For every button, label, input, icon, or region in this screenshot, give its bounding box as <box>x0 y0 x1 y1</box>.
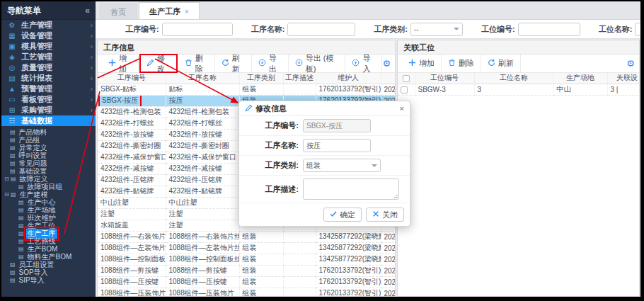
table-cell: 组装 <box>239 242 283 254</box>
sidebar-item-看板管理[interactable]: ▭看板管理› <box>1 94 96 105</box>
filter-label: 工序类别: <box>374 24 408 35</box>
table-cell: 202 <box>381 288 395 296</box>
table-cell <box>283 265 316 276</box>
chevron-down-icon <box>372 164 377 167</box>
settings-gear-icon[interactable]: ⚙ <box>626 59 635 68</box>
table-cell: 202 <box>381 276 395 288</box>
table-cell: 注塑 <box>166 220 239 231</box>
dialog-field-label: 工序类别: <box>239 160 303 171</box>
submenu-item-SOP导入[interactable]: ▤SOP导入 <box>1 268 96 276</box>
dialog-close-icon[interactable]: × <box>400 104 404 113</box>
tab-生产工序[interactable]: 生产工序× <box>139 2 200 19</box>
sidebar-item-模具管理[interactable]: ▣模具管理› <box>1 41 96 52</box>
toolbar-button-刷新[interactable]: 刷新 <box>215 55 252 72</box>
table-cell: 1088组件—压装饰片 <box>98 288 166 296</box>
table-cell: 组装 <box>239 254 283 265</box>
table-row[interactable]: 1088组件—左装饰片丝印1088组件—左装饰片丝印组装13425877292(… <box>98 242 395 254</box>
trash-icon <box>185 59 192 68</box>
filter-label: 工位名称: <box>599 24 633 35</box>
toolbar-button-增加[interactable]: 增加 <box>402 55 442 72</box>
row-checkbox[interactable] <box>401 86 408 93</box>
toolbar-button-导入[interactable]: 导入 <box>345 55 382 72</box>
filter-input[interactable] <box>287 23 355 36</box>
chevron-right-icon: › <box>91 106 93 114</box>
table-row[interactable]: 1088组件—压装饰片1088组件—压装饰片组装17620133792(智引)2… <box>98 288 395 296</box>
production-gear-icon: ⚙ <box>7 21 17 29</box>
table-cell: 1088组件—剪按键 <box>166 265 239 276</box>
tab-label: 首页 <box>110 8 126 16</box>
table-row[interactable]: 1088组件—右装饰片丝印1088组件—右装饰片丝印组装13425877292(… <box>98 231 395 242</box>
select-all-checkbox[interactable] <box>403 75 410 82</box>
table-cell: 17620133792(智引) <box>316 276 381 288</box>
sidebar-item-基础数据[interactable]: ☷基础数据⌄ <box>1 115 96 126</box>
sidebar-item-采购管理[interactable]: ⊞采购管理› <box>1 105 96 115</box>
submenu-item-SIP导入[interactable]: ▤SIP导入 <box>1 276 96 284</box>
table-cell: 4232组件-撕密封圈 <box>166 140 239 152</box>
column-header: 工序描述 <box>283 73 316 84</box>
table-row[interactable]: 1088组件—剪按键1088组件—剪按键组装17620133792(智引)202 <box>98 265 395 276</box>
toolbar-button-导出 (模板)[interactable]: 导出 (模板) <box>289 55 346 72</box>
toolbar-button-label: 刷新 <box>232 53 245 74</box>
tab-close-icon[interactable]: × <box>185 8 189 16</box>
table-row[interactable]: 1088组件—控制面板丝印1088组件—控制面板丝印组装13425877292(… <box>98 254 395 265</box>
dialog-field-label: 工序编号: <box>239 120 303 131</box>
document-icon: ▤ <box>18 215 24 221</box>
table-cell: 4232组件-打螺丝 <box>98 118 166 129</box>
submenu-item-产品物料[interactable]: ▤产品物料 <box>1 128 96 136</box>
column-header: 维护人 <box>316 73 381 84</box>
table-row[interactable]: SBGW-33中山3 | <box>398 84 639 95</box>
table-row[interactable]: 1088组件—压按键1088组件—压按键组装17620133792(智引)202 <box>98 276 395 288</box>
station-panel: 关联工位 增加删除刷新⚙ 工位编号工位名称生产场地关联设SBGW-33中山3 | <box>397 40 640 297</box>
sidebar-item-生产管理[interactable]: ⚙生产管理› <box>1 20 96 30</box>
table-cell: 4232组件-撕密封圈 <box>98 140 166 152</box>
table-cell <box>283 254 316 265</box>
plus-icon <box>408 59 416 68</box>
table-cell: 1088组件—右装饰片丝印 <box>166 231 239 242</box>
tree-expander-icon[interactable]: ⊟ <box>4 191 10 198</box>
station-toolbar: 增加删除刷新⚙ <box>398 55 639 73</box>
toolbar-button-导出[interactable]: 导出 <box>252 55 289 72</box>
filter-input[interactable] <box>635 23 640 36</box>
filter-group: 工位名称: <box>599 23 640 36</box>
table-cell: 按压 <box>166 95 239 106</box>
dialog-field-row: 工序描述: <box>239 176 410 203</box>
table-cell <box>283 242 316 254</box>
filter-input[interactable] <box>518 23 580 36</box>
document-icon: ▤ <box>10 277 16 283</box>
dialog-description-textarea[interactable] <box>303 178 399 200</box>
table-cell: 202 <box>381 242 395 254</box>
table-cell: 4232组件-压铭牌 <box>98 174 166 186</box>
process-category-select[interactable]: -- <box>410 23 463 36</box>
table-cell: 水箱旋盖 <box>98 220 166 231</box>
sidebar-menu: ⚙生产管理›▦设备管理›▣模具管理›◈工艺管理›◎质量管理›▤统计报表›▲预警管… <box>1 20 96 126</box>
dialog-input-工序名称:[interactable] <box>303 139 371 152</box>
document-icon: ▤ <box>10 129 16 135</box>
toolbar-button-增加[interactable]: 增加 <box>102 55 139 72</box>
sidebar-item-工艺管理[interactable]: ◈工艺管理› <box>1 52 96 62</box>
filter-input[interactable] <box>162 23 233 36</box>
dialog-button-关闭[interactable]: 关闭 <box>366 208 404 222</box>
tree-expander-icon[interactable]: ⊟ <box>4 176 10 182</box>
sidebar-item-统计报表[interactable]: ▤统计报表› <box>1 73 96 84</box>
sidebar-item-质量管理[interactable]: ◎质量管理› <box>1 62 96 73</box>
sidebar-item-设备管理[interactable]: ▦设备管理› <box>1 30 96 41</box>
tab-bar: 首页生产工序× <box>96 1 640 20</box>
toolbar-button-删除[interactable]: 删除 <box>442 55 481 72</box>
sidebar-item-预警管理[interactable]: ▲预警管理› <box>1 84 96 94</box>
toolbar-button-修改[interactable]: 修改 <box>140 55 177 72</box>
dialog-button-确定[interactable]: 确定 <box>323 208 362 222</box>
equipment-icon: ▦ <box>7 32 17 40</box>
document-icon: ▤ <box>10 152 16 159</box>
toolbar-button-删除[interactable]: 删除 <box>178 55 215 72</box>
process-toolbar: 增加修改删除刷新导出导出 (模板)导入⚙ <box>98 55 395 73</box>
table-row[interactable]: SBGX-贴标贴标组装17620133792(智引)202 <box>98 84 395 95</box>
tab-首页[interactable]: 首页 <box>100 4 137 19</box>
toolbar-button-刷新[interactable]: 刷新 <box>481 55 521 72</box>
table-cell: 组装 <box>239 288 283 296</box>
sidebar-collapse-icon[interactable]: « <box>85 1 90 20</box>
table-cell: 13425877292(梁晓辉) <box>316 242 381 254</box>
dialog-category-select[interactable]: 组装 <box>303 159 381 172</box>
settings-gear-icon[interactable]: ⚙ <box>382 59 391 68</box>
document-icon: ▤ <box>10 168 16 174</box>
edit-pencil-icon <box>146 59 154 68</box>
